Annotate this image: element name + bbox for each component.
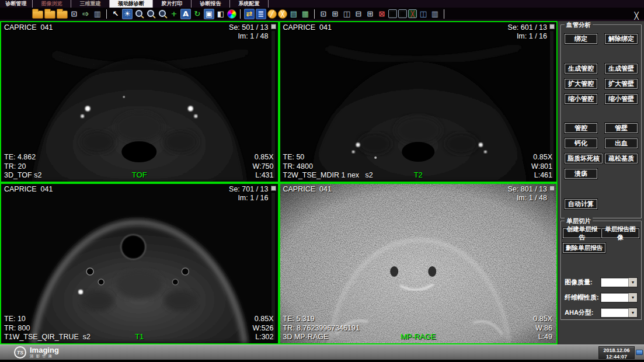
cascade-windows-icon[interactable]: ▥ [430,9,440,19]
unbind-button[interactable]: 解除绑定 [605,34,638,44]
hemorrhage-button[interactable]: 出血 [605,138,638,148]
zoom-reset-icon[interactable] [157,9,168,19]
archive-box-icon[interactable]: ▥ [92,9,103,19]
brand-subtitle: 清影华康 [30,354,59,358]
dropdown-arrow-icon[interactable]: ▼ [628,293,637,302]
menu-tab-image-browse[interactable]: 图像浏览 [33,0,71,8]
horizontal-split-layout-icon[interactable]: ⊟ [353,9,364,19]
expand-wall-button[interactable]: 扩大管壁 [605,79,638,89]
black-circle-view-icon[interactable]: ● [398,9,407,18]
open-folder-new-icon[interactable] [44,11,55,19]
shrink-wall-button[interactable]: 缩小管壁 [605,94,638,104]
viewport-scrollbar-thumb[interactable] [271,24,276,29]
save-image-icon[interactable]: ▦ [300,9,311,19]
viewport-mprage[interactable]: CAPRICE 041 Se: 801 / 13Im: 1 / 48 TE: 5… [279,183,558,344]
image-quality-label: 图像质量: [565,278,593,287]
fit-screen-icon[interactable]: ▣ [204,9,214,19]
toolbar: ⊡⇨▥↖☀+A↻▣◧⇄≣╱╳▤▦⊡⊞◫⊟⊞⊠■●╳◫▥ [0,8,644,20]
shrink-lumen-button[interactable]: 缩小管腔 [565,94,597,104]
single-layout-icon[interactable]: ⊡ [318,9,329,19]
menu-tab-3d-reconstruction[interactable]: 三维重建 [71,0,110,8]
dropdown-arrow-icon[interactable]: ▼ [628,308,637,317]
menu-tab-carotid-diagnosis[interactable]: 颈动脉诊断 [110,0,153,8]
edit-roi-icon[interactable]: ╱ [267,9,277,19]
slice-report-image-button[interactable]: 单层报告图像 [601,228,640,238]
create-slice-report-button[interactable]: 创建单层报告 [563,228,601,238]
viewport-scrollbar-thumb[interactable] [271,186,276,191]
menu-tab-diagnosis-report[interactable]: 诊断报告 [192,0,230,8]
menu-tab-film-print[interactable]: 胶片打印 [153,0,192,8]
generate-wall-button[interactable]: 生成管壁 [605,64,638,74]
lipid-necrotic-core-button[interactable]: 脂质坏死核 [565,154,603,163]
close-button[interactable]: ╳ [632,12,641,20]
color-palette-icon[interactable] [227,9,236,19]
aha-type-select[interactable]: ▼ [600,308,638,318]
auto-calculate-button[interactable]: 自动计算 [565,199,597,209]
pan-icon[interactable]: + [169,9,179,19]
menu-tab-system-config[interactable]: 系统配置 [230,0,269,8]
viewport-t2[interactable]: CAPRICE 041 Se: 601 / 13Im: 1 / 16 TE: 5… [279,21,558,183]
lumen-button[interactable]: 管腔 [565,123,597,133]
aha-type-label: AHA分型: [565,308,594,317]
window-level-icon[interactable]: ☀ [122,9,133,19]
generate-lumen-button[interactable]: 生成管腔 [565,64,597,74]
text-annotation-icon[interactable]: A [180,9,191,19]
invert-contrast-icon[interactable]: ◧ [215,9,226,19]
fibrous-cap-select[interactable]: ▼ [600,293,638,302]
patient-name: CAPRICE 041 [283,185,332,194]
compare-columns-icon[interactable]: ◫ [418,9,429,19]
export-study-icon[interactable]: ⇨ [81,9,91,19]
delete-slice-report-button[interactable]: 删除单层报告 [563,243,605,253]
datetime-display: 2018.12.06 12:44:07 [598,346,635,359]
open-study-folder-icon[interactable] [32,11,43,19]
group-title: 单层切片 [565,217,593,225]
viewport-scrollbar-track[interactable] [271,193,275,340]
menu-bar: 诊断管理 图像浏览 三维重建 颈动脉诊断 胶片打印 诊断报告 系统配置 [0,0,644,8]
viewport-tof[interactable]: CAPRICE 041 Se: 501 / 13Im: 1 / 48 TE: 4… [0,21,279,183]
viewport-scrollbar-track[interactable] [550,193,554,340]
brand-name: Imaging [30,346,59,354]
measure-roi-icon[interactable]: ╳ [278,9,287,19]
wall-button[interactable]: 管壁 [605,123,638,133]
fibrous-cap-label: 纤维帽性质: [565,293,599,302]
sequence-label: T2 [280,170,557,180]
expand-lumen-button[interactable]: 扩大管腔 [565,79,597,89]
calcification-button[interactable]: 钙化 [565,138,597,148]
local-monitor-icon[interactable]: ⊡ [69,9,79,19]
zoom-region-icon[interactable] [145,9,156,19]
bottom-strip [0,360,644,362]
series-info: Se: 701 / 13Im: 1 / 16 [229,185,268,203]
bind-button[interactable]: 绑定 [565,34,597,44]
open-folder-icon[interactable] [57,11,68,19]
clear-view-icon[interactable]: ╳ [408,9,417,18]
layout-manager-icon[interactable]: ⊞ [330,9,340,19]
quad-layout-icon[interactable]: ⊞ [365,9,375,19]
dropdown-arrow-icon[interactable]: ▼ [628,278,637,287]
single-slice-group: 单层切片 创建单层报告 单层报告图像 删除单层报告 图像质量: ▼ 纤维帽性质:… [561,221,642,320]
report-document-icon[interactable]: ▤ [288,9,299,19]
toolbar-separator [444,9,444,19]
loose-matrix-button[interactable]: 疏松基质 [605,154,638,163]
ulcer-button[interactable]: 溃疡 [565,169,597,179]
vertical-split-layout-icon[interactable]: ◫ [342,9,352,19]
refresh-icon[interactable]: ↻ [192,9,203,19]
series-info: Se: 801 / 13Im: 1 / 48 [508,185,547,203]
viewport-scrollbar-track[interactable] [271,31,275,178]
viewport-t1[interactable]: CAPRICE 041 Se: 701 / 13Im: 1 / 16 TE: 1… [0,183,279,344]
menu-tab-diagnosis-management[interactable]: 诊断管理 [0,0,33,8]
toolbar-separator [314,9,315,19]
black-square-view-icon[interactable]: ■ [388,9,397,18]
viewport-scrollbar-thumb[interactable] [549,186,555,191]
viewport-scrollbar-track[interactable] [550,31,554,178]
pointer-cursor-icon[interactable]: ↖ [110,9,121,19]
series-stack-icon[interactable]: ≣ [256,9,266,19]
vessel-analysis-group: 血管分析 绑定 解除绑定 生成管腔 生成管壁 扩大管腔 扩大管壁 缩小管腔 缩小… [561,25,642,218]
toolbar-separator [106,9,107,19]
image-quality-select[interactable]: ▼ [600,277,638,287]
workstation-icon [636,350,643,355]
close-series-icon[interactable]: ⊠ [377,9,387,19]
series-link-icon[interactable]: ⇄ [244,9,255,19]
viewport-grid: CAPRICE 041 Se: 501 / 13Im: 1 / 48 TE: 4… [0,21,558,344]
viewport-scrollbar-thumb[interactable] [549,24,555,29]
zoom-in-icon[interactable] [134,9,144,19]
